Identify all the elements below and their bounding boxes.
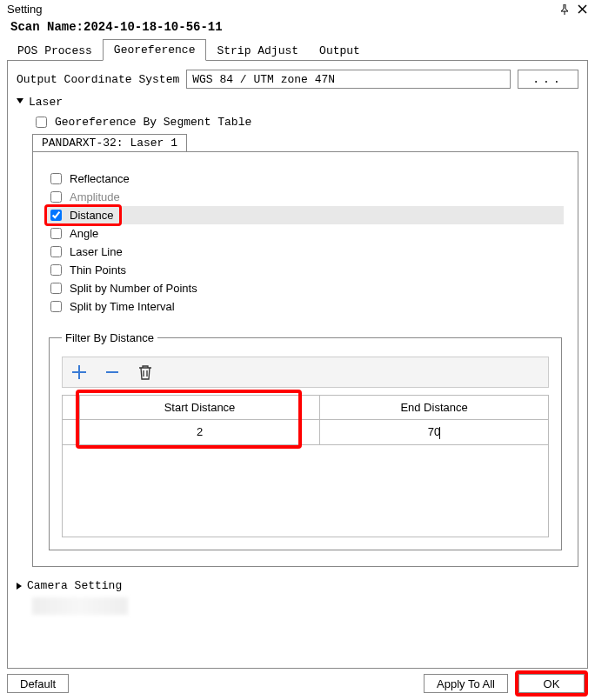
thinpoints-label: Thin Points — [70, 263, 126, 277]
georeference-by-segment-checkbox[interactable] — [36, 117, 47, 128]
close-icon[interactable] — [576, 3, 588, 16]
angle-checkbox[interactable] — [50, 228, 62, 239]
end-distance-cell[interactable]: 70 — [320, 420, 549, 445]
splittime-checkbox[interactable] — [50, 301, 62, 312]
default-button[interactable]: Default — [7, 674, 69, 693]
chevron-down-icon — [17, 98, 23, 107]
distance-table-empty-area — [62, 445, 549, 537]
pin-icon[interactable] — [558, 3, 571, 16]
remove-icon[interactable] — [103, 363, 122, 382]
option-thin-points[interactable]: Thin Points — [47, 261, 564, 279]
distance-label: Distance — [70, 209, 114, 222]
filter-by-distance-group: Filter By Distance Start Dis — [49, 331, 562, 550]
tab-output[interactable]: Output — [309, 41, 371, 61]
option-reflectance[interactable]: Reflectance — [47, 170, 564, 188]
distance-row[interactable]: 2 70 — [63, 420, 549, 445]
coord-browse-button[interactable]: ... — [518, 70, 578, 89]
ok-button[interactable]: OK — [518, 674, 585, 693]
main-tabs: POS Process Georeference Strip Adjust Ou… — [7, 39, 588, 61]
reflectance-label: Reflectance — [70, 172, 130, 185]
tab-pos-process[interactable]: POS Process — [7, 41, 103, 61]
georeference-by-segment-label: Georeference By Segment Table — [55, 116, 251, 129]
angle-label: Angle — [70, 227, 98, 240]
options-list: Reflectance Amplitude Distance Angle Las… — [47, 170, 564, 316]
start-distance-cell[interactable]: 2 — [80, 420, 320, 445]
splittime-label: Split by Time Interval — [70, 300, 175, 313]
option-split-by-time[interactable]: Split by Time Interval — [47, 297, 564, 316]
coord-label: Output Coordinate System — [17, 73, 179, 86]
option-distance[interactable]: Distance — [47, 206, 564, 224]
redacted-area — [32, 597, 128, 615]
end-distance-header: End Distance — [320, 396, 549, 420]
option-amplitude[interactable]: Amplitude — [47, 188, 564, 206]
splitnum-checkbox[interactable] — [50, 283, 62, 294]
scan-name-label: Scan Name: — [10, 20, 84, 34]
amplitude-checkbox[interactable] — [50, 191, 62, 203]
trash-icon[interactable] — [136, 363, 155, 382]
chevron-right-icon — [17, 583, 22, 590]
scan-name-value: 2024-10-18-10-56-11 — [84, 20, 223, 34]
laser-section-toggle[interactable]: Laser — [17, 96, 578, 109]
distance-table: Start Distance End Distance 2 70 — [62, 395, 549, 445]
start-distance-header: Start Distance — [80, 396, 320, 420]
filter-toolbar — [62, 357, 549, 388]
tab-strip-adjust[interactable]: Strip Adjust — [206, 41, 309, 61]
row-number-header — [63, 396, 80, 420]
distance-checkbox[interactable] — [50, 210, 62, 221]
highlight-ok: OK — [515, 670, 588, 697]
laser-subtab[interactable]: PANDARXT-32: Laser 1 — [32, 134, 187, 151]
footer: Default Apply To All OK — [0, 670, 595, 697]
camera-section-toggle[interactable]: Camera Setting — [17, 579, 578, 592]
laser-section-label: Laser — [29, 96, 63, 109]
filter-legend: Filter By Distance — [62, 331, 157, 344]
option-angle[interactable]: Angle — [47, 224, 564, 243]
add-icon[interactable] — [70, 363, 89, 382]
amplitude-label: Amplitude — [70, 190, 120, 203]
coord-input[interactable] — [186, 70, 511, 89]
camera-section-label: Camera Setting — [27, 579, 122, 592]
thinpoints-checkbox[interactable] — [50, 264, 62, 276]
splitnum-label: Split by Number of Points — [70, 282, 197, 295]
reflectance-checkbox[interactable] — [50, 173, 62, 184]
apply-to-all-button[interactable]: Apply To All — [424, 674, 508, 693]
row-number-cell — [63, 420, 80, 445]
laser-subpanel: Reflectance Amplitude Distance Angle Las… — [32, 151, 578, 567]
laserline-checkbox[interactable] — [50, 246, 62, 257]
georeference-panel: Output Coordinate System ... Laser Geore… — [7, 60, 588, 669]
option-laser-line[interactable]: Laser Line — [47, 243, 564, 261]
window-title: Setting — [7, 3, 42, 16]
option-split-by-number[interactable]: Split by Number of Points — [47, 279, 564, 297]
tab-georeference[interactable]: Georeference — [103, 39, 207, 61]
laserline-label: Laser Line — [70, 245, 123, 258]
